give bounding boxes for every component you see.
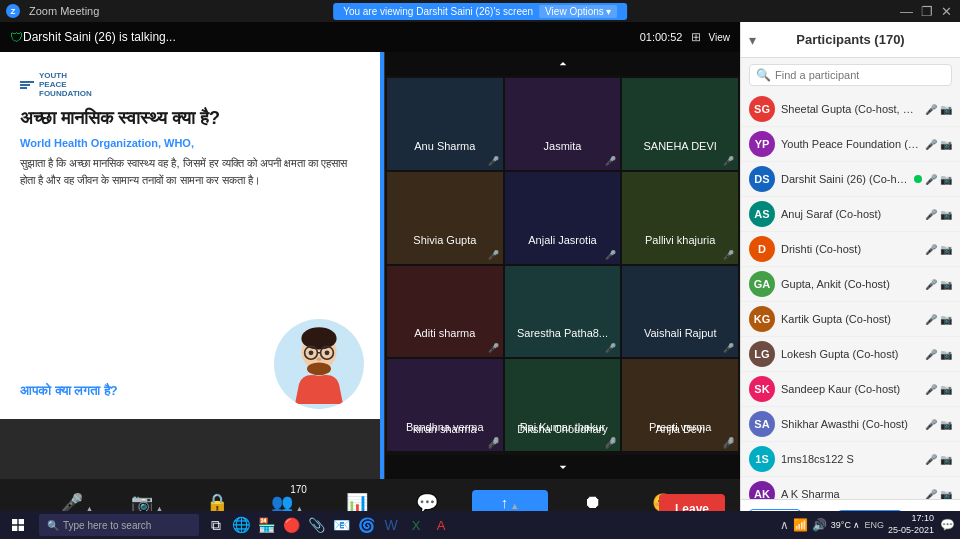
cell-participant-name: Anjali Jasrotia bbox=[505, 234, 621, 246]
video-cell: Aditi sharma🎤 bbox=[387, 266, 503, 358]
cell-participant-name: Vaishali Rajput bbox=[622, 327, 738, 339]
minimize-button[interactable]: — bbox=[900, 4, 913, 19]
maximize-button[interactable]: ❐ bbox=[921, 4, 933, 19]
participant-video-icon: 📷 bbox=[940, 104, 952, 115]
participant-video-icon: 📷 bbox=[940, 244, 952, 255]
participant-mic-icon: 🎤 bbox=[925, 209, 937, 220]
svg-point-5 bbox=[309, 350, 314, 355]
video-content: YOUTHPEACEFOUNDATION अच्छा मानसिक स्वास्… bbox=[0, 52, 740, 479]
panel-header: ▾ Participants (170) bbox=[741, 22, 960, 58]
taskbar-search-box[interactable]: 🔍 Type here to search bbox=[39, 514, 199, 536]
search-icon: 🔍 bbox=[756, 68, 771, 82]
cell-mute-icon: 🎤 bbox=[605, 343, 616, 353]
participant-mic-icon: 🎤 bbox=[925, 419, 937, 430]
participant-item[interactable]: AKA K Sharma🎤📷 bbox=[741, 477, 960, 499]
svg-point-8 bbox=[307, 362, 331, 375]
participant-avatar: GA bbox=[749, 271, 775, 297]
titlebar-logo: Z Zoom Meeting bbox=[0, 4, 99, 18]
start-button[interactable] bbox=[0, 511, 35, 539]
participant-item[interactable]: SAShikhar Awasthi (Co-host)🎤📷 bbox=[741, 407, 960, 442]
participant-video-icon: 📷 bbox=[940, 279, 952, 290]
cell-mute-icon: 🎤 bbox=[488, 250, 499, 260]
taskbar: 🔍 Type here to search ⧉ 🌐 🏪 🔴 📎 📧 🌀 W X … bbox=[0, 511, 960, 539]
participant-video-icon: 📷 bbox=[940, 419, 952, 430]
participant-item[interactable]: SKSandeep Kaur (Co-host)🎤📷 bbox=[741, 372, 960, 407]
participant-item[interactable]: YPYouth Peace Foundation (Host)🎤📷 bbox=[741, 127, 960, 162]
participant-mic-icon: 🎤 bbox=[925, 279, 937, 290]
participant-mic-icon: 🎤 bbox=[925, 384, 937, 395]
participant-mic-icon: 🎤 bbox=[925, 104, 937, 115]
up-arrow-icon[interactable]: ∧ bbox=[780, 518, 789, 532]
taskbar-word-icon[interactable]: W bbox=[380, 514, 402, 536]
titlebar: Z Zoom Meeting You are viewing Darshit S… bbox=[0, 0, 960, 22]
taskbar-excel-icon[interactable]: X bbox=[405, 514, 427, 536]
participant-video-icon: 📷 bbox=[940, 174, 952, 185]
shield-icon: 🛡 bbox=[10, 30, 23, 45]
cell-mute-icon: 🎤 bbox=[723, 250, 734, 260]
participant-name: A K Sharma bbox=[781, 488, 919, 499]
search-box: 🔍 bbox=[749, 64, 952, 86]
video-cell: Sarestha Patha8...🎤 bbox=[505, 266, 621, 358]
cell-participant-name: Jasmita bbox=[505, 140, 621, 152]
participant-video-icon: 📷 bbox=[940, 209, 952, 220]
close-button[interactable]: ✕ bbox=[941, 4, 952, 19]
taskbar-pdf-icon[interactable]: A bbox=[430, 514, 452, 536]
taskbar-search-icon: 🔍 bbox=[47, 520, 59, 531]
active-dot-icon bbox=[914, 175, 922, 183]
participant-item[interactable]: SGSheetal Gupta (Co-host, me)🎤📷 bbox=[741, 92, 960, 127]
cell-participant-name: SANEHA DEVI bbox=[622, 140, 738, 152]
participant-item[interactable]: DSDarshit Saini (26) (Co-host)🎤📷 bbox=[741, 162, 960, 197]
cell-participant-name: Anjla Devi bbox=[622, 423, 738, 435]
participant-name: Darshit Saini (26) (Co-host) bbox=[781, 173, 908, 185]
video-cell: Jasmita🎤 bbox=[505, 78, 621, 170]
participant-item[interactable]: GAGupta, Ankit (Co-host)🎤📷 bbox=[741, 267, 960, 302]
participant-item[interactable]: DDrishti (Co-host)🎤📷 bbox=[741, 232, 960, 267]
participant-mic-icon: 🎤 bbox=[925, 244, 937, 255]
wifi-icon: 📶 bbox=[793, 518, 808, 532]
taskbar-email-icon[interactable]: 📧 bbox=[330, 514, 352, 536]
taskbar-edge-icon[interactable]: 🌐 bbox=[230, 514, 252, 536]
video-cell: Pallivi khajuria🎤 bbox=[622, 172, 738, 264]
logo-lines-icon bbox=[20, 81, 34, 89]
participant-video-icon: 📷 bbox=[940, 314, 952, 325]
taskbar-task-view[interactable]: ⧉ bbox=[205, 514, 227, 536]
notification-icon[interactable]: 💬 bbox=[938, 516, 956, 534]
participant-avatar: DS bbox=[749, 166, 775, 192]
scroll-down-button[interactable] bbox=[385, 455, 740, 479]
taskbar-chrome-icon[interactable]: 🔴 bbox=[280, 514, 302, 536]
participant-video-icon: 📷 bbox=[940, 139, 952, 150]
search-input[interactable] bbox=[775, 69, 945, 81]
cell-participant-name: Diksha Choudhary bbox=[505, 423, 621, 435]
panel-collapse-button[interactable]: ▾ bbox=[749, 32, 756, 48]
cell-participant-name: Sarestha Patha8... bbox=[505, 327, 621, 339]
cell-mute-icon: 🎤 bbox=[605, 439, 616, 449]
taskbar-office-icon[interactable]: 📎 bbox=[305, 514, 327, 536]
participant-name: Anuj Saraf (Co-host) bbox=[781, 208, 919, 220]
banner-text: You are viewing Darshit Saini (26)'s scr… bbox=[343, 6, 533, 17]
presentation-area: YOUTHPEACEFOUNDATION अच्छा मानसिक स्वास्… bbox=[0, 52, 385, 479]
participant-item[interactable]: ASAnuj Saraf (Co-host)🎤📷 bbox=[741, 197, 960, 232]
video-cell: Anu Sharma🎤 bbox=[387, 78, 503, 170]
participant-item[interactable]: KGKartik Gupta (Co-host)🎤📷 bbox=[741, 302, 960, 337]
view-button[interactable]: View bbox=[709, 32, 731, 43]
record-icon: ⏺ bbox=[584, 492, 602, 513]
participant-name: Youth Peace Foundation (Host) bbox=[781, 138, 919, 150]
taskbar-store-icon[interactable]: 🏪 bbox=[255, 514, 277, 536]
participant-avatar: SG bbox=[749, 96, 775, 122]
temperature: 39°C ∧ bbox=[831, 520, 861, 530]
participant-video-icon: 📷 bbox=[940, 489, 952, 500]
view-options-button[interactable]: View Options ▾ bbox=[539, 5, 617, 18]
cell-participant-name: Anu Sharma bbox=[387, 140, 503, 152]
participant-item[interactable]: LGLokesh Gupta (Co-host)🎤📷 bbox=[741, 337, 960, 372]
participant-item[interactable]: 1S1ms18cs122 S🎤📷 bbox=[741, 442, 960, 477]
video-cell: Preeti verma🎤 bbox=[622, 359, 738, 451]
taskbar-edge2-icon[interactable]: 🌀 bbox=[355, 514, 377, 536]
slide-avatar bbox=[274, 319, 364, 409]
taskbar-search-placeholder: Type here to search bbox=[63, 520, 151, 531]
participant-mic-icon: 🎤 bbox=[925, 349, 937, 360]
svg-point-6 bbox=[325, 350, 330, 355]
participant-name: Sheetal Gupta (Co-host, me) bbox=[781, 103, 919, 115]
scroll-up-button[interactable] bbox=[385, 52, 740, 76]
slide-logo: YOUTHPEACEFOUNDATION bbox=[20, 72, 364, 98]
taskbar-systray: ∧ 📶 🔊 39°C ∧ ENG 17:10 25-05-2021 💬 bbox=[780, 513, 960, 536]
